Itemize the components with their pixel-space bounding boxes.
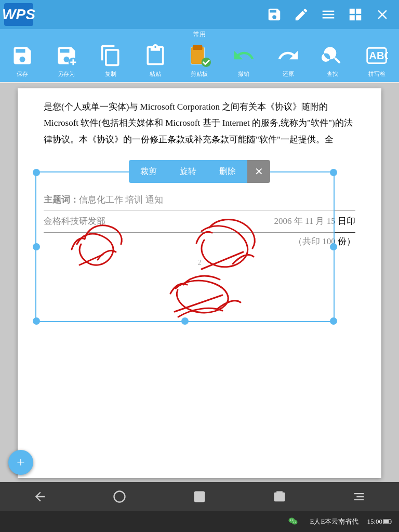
toolbar-copy-label: 复制	[105, 70, 116, 78]
title-edit-button[interactable]	[289, 3, 314, 26]
save-icon	[8, 42, 37, 69]
copy-icon	[96, 42, 125, 69]
svg-point-13	[294, 522, 295, 523]
toolbar-items: 保存 另存为 复制 粘贴	[0, 39, 399, 82]
svg-text:ABC: ABC	[369, 50, 389, 61]
toolbar: 常用 保存 另存为 复制 粘贴	[0, 29, 399, 82]
svg-point-11	[290, 520, 291, 521]
toolbar-redo[interactable]: 还原	[266, 41, 310, 79]
menu-nav-button[interactable]	[347, 486, 371, 507]
handle-bot-mid[interactable]	[181, 317, 189, 325]
title-menu-button[interactable]	[316, 3, 341, 26]
toolbar-save-label: 保存	[17, 70, 28, 78]
rotate-button[interactable]: 旋转	[168, 160, 208, 183]
toolbar-undo-label: 撤销	[238, 70, 249, 78]
doc-paragraph: 是您(个人或单一实体)与 Microsoft Corporation 之间有关本…	[44, 99, 355, 148]
handle-top-right[interactable]	[330, 169, 337, 176]
svg-point-12	[292, 520, 294, 521]
wechat-area: E人E本云南省代	[288, 516, 358, 527]
redo-icon	[274, 42, 303, 69]
svg-point-6	[114, 491, 125, 502]
undo-icon	[229, 42, 258, 69]
fab-icon: +	[17, 455, 25, 470]
clipboard-icon	[185, 42, 214, 69]
svg-rect-16	[384, 520, 389, 524]
back-button[interactable]	[28, 486, 52, 507]
title-save-button[interactable]	[262, 3, 287, 26]
toolbar-spell-label: 拼写检	[368, 70, 385, 78]
toolbar-redo-label: 还原	[283, 70, 294, 78]
selected-image[interactable]	[35, 171, 335, 322]
wps-logo: WPS	[4, 3, 33, 26]
svg-point-14	[295, 522, 296, 523]
title-right	[262, 3, 395, 26]
svg-rect-8	[274, 493, 284, 501]
paste-icon	[141, 42, 170, 69]
handle-mid-left[interactable]	[33, 243, 40, 250]
screenshot-button[interactable]	[267, 486, 292, 507]
delete-button[interactable]: 删除	[208, 160, 247, 183]
toolbar-label-row: 常用	[0, 29, 399, 39]
spell-icon: ABC	[362, 42, 391, 69]
handle-bot-right[interactable]	[330, 317, 337, 325]
find-icon	[318, 42, 347, 69]
status-time: 15:00	[367, 517, 382, 526]
toolbar-find-label: 查找	[327, 70, 338, 78]
toolbar-clipboard[interactable]: 剪贴板	[177, 41, 221, 79]
nav-bar	[0, 482, 399, 511]
recent-button[interactable]	[187, 486, 212, 507]
battery-icon	[382, 516, 393, 527]
toolbar-find[interactable]: 查找	[310, 41, 354, 79]
title-left: WPS	[4, 3, 33, 26]
fab-button[interactable]: +	[8, 450, 33, 475]
home-button[interactable]	[107, 486, 132, 507]
title-bar: WPS	[0, 0, 399, 29]
toolbar-undo[interactable]: 撤销	[222, 41, 266, 79]
save-as-icon	[52, 42, 81, 69]
handle-mid-right[interactable]	[330, 243, 337, 250]
toolbar-section-label: 常用	[193, 30, 206, 39]
title-grid-button[interactable]	[343, 3, 368, 26]
title-close-button[interactable]	[370, 3, 395, 26]
wechat-label: E人E本云南省代	[310, 517, 358, 526]
toolbar-copy[interactable]: 复制	[89, 41, 133, 79]
toolbar-save[interactable]: 保存	[0, 41, 44, 79]
wps-logo-text: WPS	[2, 6, 35, 23]
wechat-icon	[288, 516, 298, 527]
toolbar-paste-label: 粘贴	[150, 70, 161, 78]
toolbar-clipboard-label: 剪贴板	[191, 70, 208, 78]
svg-rect-2	[193, 45, 202, 50]
image-toolbar: 裁剪 旋转 删除 ✕	[129, 160, 270, 183]
status-bar: E人E本云南省代 15:00	[0, 511, 399, 532]
toolbar-save-as[interactable]: 另存为	[44, 41, 88, 79]
handle-bot-left[interactable]	[33, 317, 40, 325]
handle-top-left[interactable]	[33, 169, 40, 176]
toolbar-spell[interactable]: ABC 拼写检	[355, 41, 399, 79]
toolbar-paste[interactable]: 粘贴	[133, 41, 177, 79]
close-button[interactable]: ✕	[247, 160, 270, 183]
toolbar-save-as-label: 另存为	[58, 70, 75, 78]
svg-rect-7	[195, 492, 205, 502]
crop-button[interactable]: 裁剪	[129, 160, 168, 183]
